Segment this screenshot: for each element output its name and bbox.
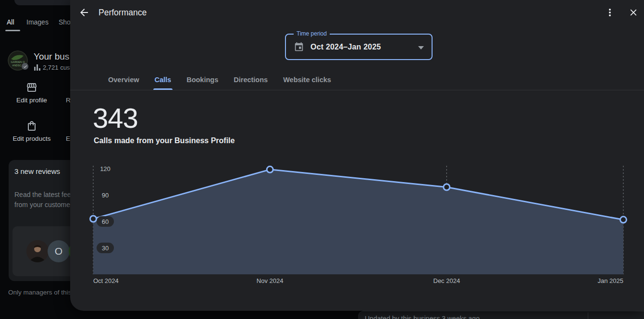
tab-website-clicks[interactable]: Website clicks <box>275 70 339 90</box>
search-box-bottom-edge <box>14 0 70 5</box>
kebab-menu-icon <box>604 7 616 18</box>
y-tick-label: 30 <box>102 245 109 252</box>
data-point[interactable] <box>267 166 273 172</box>
back-button[interactable] <box>78 7 90 18</box>
reviews-card: 3 new reviews Read the latest fee from y… <box>9 160 70 281</box>
y-tick-label: 60 <box>102 218 109 225</box>
tab-directions[interactable]: Directions <box>226 70 275 90</box>
performance-dialog: Performance Time period Oct 2024–Jan 202… <box>70 0 644 311</box>
x-tick-label: Oct 2024 <box>93 277 119 284</box>
area-fill <box>93 170 623 274</box>
business-stats: 2,721 cust <box>43 64 70 71</box>
data-point[interactable] <box>444 184 450 190</box>
logo-text-line1: GARDEN O <box>11 61 25 63</box>
reviewer-initial-avatar: O <box>48 240 70 262</box>
tab-calls[interactable]: Calls <box>147 70 179 90</box>
reviewer-photo-avatar <box>26 240 49 262</box>
back-arrow-icon <box>78 7 90 18</box>
logo-text-line2: ANDSC <box>12 64 22 67</box>
business-name: Your bus <box>34 51 69 62</box>
metric-tabs: Overview Calls Bookings Directions Websi… <box>100 70 339 90</box>
reviews-card-title: 3 new reviews <box>14 167 60 175</box>
dialog-title: Performance <box>99 0 147 25</box>
verified-badge-icon <box>22 63 28 70</box>
search-tab-images[interactable]: Images <box>26 18 49 26</box>
active-tab-underline <box>5 30 20 31</box>
partial-action-label-2[interactable]: E <box>66 135 70 142</box>
data-point[interactable] <box>620 217 627 223</box>
search-tab-all[interactable]: All <box>7 18 14 26</box>
time-period-label: Time period <box>294 30 330 37</box>
more-options-button[interactable] <box>604 7 616 18</box>
x-tick-label: Jan 2025 <box>598 277 624 284</box>
calendar-icon <box>294 42 304 52</box>
shopping-bag-icon <box>26 120 37 132</box>
calls-chart: 306090120Oct 2024Nov 2024Dec 2024Jan 202… <box>89 162 632 288</box>
dropdown-arrow-icon <box>418 46 424 49</box>
x-tick-label: Nov 2024 <box>257 277 284 284</box>
storefront-icon <box>26 82 37 93</box>
y-tick-label: 120 <box>100 165 111 172</box>
updated-info-text: Updated by this business 3 weeks ago <box>365 315 480 319</box>
tab-overview[interactable]: Overview <box>100 70 147 90</box>
partial-action-label-1[interactable]: R <box>66 97 70 104</box>
total-calls-value: 343 <box>93 102 138 134</box>
edit-products-button[interactable]: Edit products <box>3 120 61 142</box>
reviews-card-body: Read the latest fee from your custome <box>14 190 70 210</box>
tab-bookings[interactable]: Bookings <box>179 70 226 90</box>
managers-note: Only managers of this pr <box>8 289 70 296</box>
x-tick-label: Dec 2024 <box>433 277 460 284</box>
close-button[interactable] <box>628 7 639 18</box>
close-icon <box>628 7 639 18</box>
search-tab-shopping[interactable]: Sho <box>59 18 70 26</box>
y-tick-label: 90 <box>102 192 109 199</box>
time-period-value: Oct 2024–Jan 2025 <box>310 43 381 51</box>
edit-profile-button[interactable]: Edit profile <box>3 82 61 104</box>
updated-info-card: Updated by this business 3 weeks ago <box>358 311 644 319</box>
vertical-divider <box>588 312 588 319</box>
edit-products-label: Edit products <box>13 135 51 142</box>
reviews-avatars-panel: O P <box>12 226 70 276</box>
time-period-select[interactable]: Time period Oct 2024–Jan 2025 <box>285 34 433 60</box>
search-results-sidebar: All Images Sho GARDEN O ANDSC Your bus 2… <box>0 0 70 319</box>
tabs-divider <box>70 90 644 90</box>
data-point[interactable] <box>90 216 97 222</box>
edit-profile-label: Edit profile <box>16 97 47 104</box>
metric-description: Calls made from your Business Profile <box>94 136 235 145</box>
bar-chart-icon <box>34 64 41 71</box>
